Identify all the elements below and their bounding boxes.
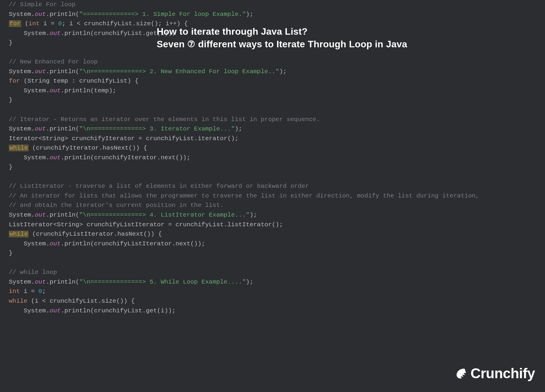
code-text: ); <box>246 279 253 285</box>
code-text: (crunchifyIterator.hasNext()) { <box>29 145 147 151</box>
code-comment: // Simple For loop <box>9 1 76 8</box>
code-text: ); <box>235 125 242 132</box>
code-text: } <box>9 164 13 170</box>
code-text: System. <box>9 30 50 37</box>
code-field: out <box>50 307 61 314</box>
code-field: out <box>35 279 46 285</box>
code-keyword: for <box>9 78 20 84</box>
title-text: different ways to Iterate Through Loop i… <box>195 39 407 49</box>
code-field: out <box>50 87 61 94</box>
code-number: 0 <box>58 20 62 27</box>
code-field: out <box>35 125 46 132</box>
code-text: .println( <box>46 279 79 285</box>
code-text: .println(temp); <box>61 87 116 94</box>
code-field: out <box>35 68 46 75</box>
code-comment: // ListIterator - traverse a list of ele… <box>9 183 309 190</box>
code-text: System. <box>9 125 35 132</box>
code-text: } <box>9 39 13 46</box>
title-overlay: How to iterate through Java List? Seven … <box>157 25 407 51</box>
code-field: out <box>50 30 61 37</box>
title-line-1: How to iterate through Java List? <box>157 25 407 38</box>
logo-text: Crunchify <box>470 363 535 384</box>
code-comment: // An iterator for lists that allows the… <box>9 192 479 199</box>
code-keyword: while <box>9 231 29 237</box>
code-number: 0 <box>39 288 42 295</box>
code-keyword: int <box>29 20 40 27</box>
code-field: out <box>35 212 46 218</box>
crunchify-logo: Crunchify <box>454 363 535 384</box>
code-comment: // Iterator - Returns an iterator over t… <box>9 116 320 123</box>
code-text: ListIterator<String> crunchifyListIterat… <box>9 221 283 228</box>
code-string: "\n==============> 3. Iterator Example..… <box>79 125 235 132</box>
code-field: out <box>35 11 46 18</box>
code-field: out <box>50 154 61 161</box>
code-text: System. <box>9 68 35 75</box>
code-text: } <box>9 250 13 257</box>
code-text: .println( <box>46 11 79 18</box>
code-text: ); <box>246 11 253 18</box>
code-text: (i < crunchifyList.size()) { <box>27 298 135 304</box>
code-text: ( <box>21 20 29 27</box>
code-text: ); <box>250 212 257 218</box>
code-text: ; <box>42 288 46 295</box>
code-text: .println( <box>46 68 79 75</box>
code-text: i = <box>20 288 39 295</box>
code-text: System. <box>9 11 35 18</box>
code-comment: // and obtain the iterator's current pos… <box>9 202 224 209</box>
code-text: System. <box>9 212 35 218</box>
code-keyword: while <box>9 145 29 151</box>
code-text: ); <box>279 68 287 75</box>
code-comment: // New Enhanced For loop <box>9 58 98 65</box>
code-comment: // while loop <box>9 269 57 276</box>
code-text: System. <box>9 307 50 314</box>
code-text: System. <box>9 279 35 285</box>
crunchify-leaf-icon <box>454 367 467 380</box>
code-string: "==============> 1. Simple For loop Exam… <box>79 11 246 18</box>
code-text: .println(crunchifyIterator.next()); <box>61 154 190 161</box>
code-text: (String temp : crunchifyList) { <box>20 78 138 84</box>
circled-seven-icon: ⑦ <box>187 39 195 49</box>
code-text: .println( <box>46 125 79 132</box>
code-keyword: int <box>9 288 20 295</box>
code-string: "\n==============> 5. While Loop Example… <box>79 279 246 285</box>
code-field: out <box>50 240 61 247</box>
code-text: .println( <box>46 212 79 218</box>
title-line-2: Seven ⑦ different ways to Iterate Throug… <box>157 38 407 51</box>
title-text: Seven <box>157 39 187 49</box>
code-keyword: for <box>9 20 21 27</box>
code-text: i = <box>40 20 58 27</box>
code-keyword: while <box>9 298 27 304</box>
code-string: "\n==============> 4. ListIterator Examp… <box>79 212 250 218</box>
code-text: (crunchifyListIterator.hasNext()) { <box>29 231 162 237</box>
code-text: System. <box>9 240 50 247</box>
code-text: } <box>9 97 13 103</box>
code-string: "\n==============> 2. New Enhanced For l… <box>79 68 279 75</box>
code-text: Iterator<String> crunchifyIterator = cru… <box>9 135 238 142</box>
code-text: .println(crunchifyListIterator.next()); <box>61 240 205 247</box>
code-text: .println(crunchifyList.get(i)); <box>61 307 175 314</box>
code-text: System. <box>9 154 50 161</box>
code-text: System. <box>9 87 50 94</box>
